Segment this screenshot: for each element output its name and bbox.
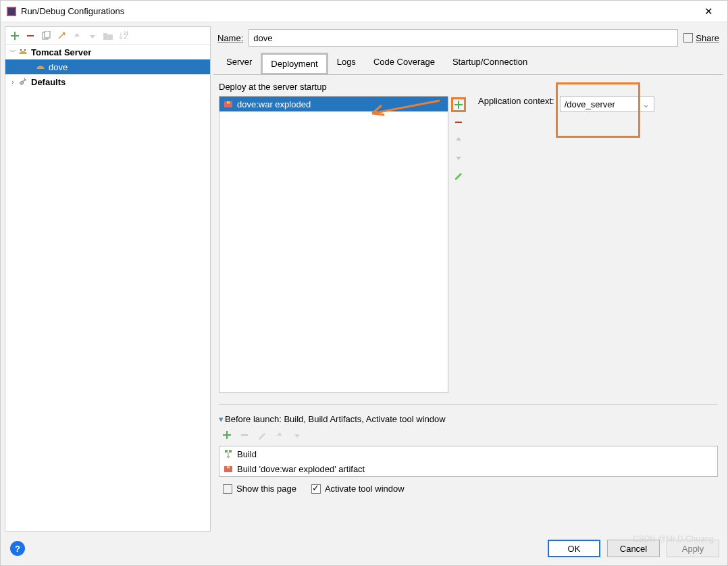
tab-startup-connection[interactable]: Startup/Connection	[444, 52, 536, 74]
tomcat-icon	[35, 61, 46, 72]
add-task-button[interactable]	[220, 428, 234, 442]
down-icon[interactable]	[86, 29, 99, 43]
checkbox-checked-icon	[311, 484, 321, 494]
copy-config-button[interactable]	[39, 29, 53, 43]
tasks-list[interactable]: Build Build 'dove:war exploded' artifact	[219, 446, 718, 477]
checkbox-icon	[223, 484, 232, 494]
artifact-icon	[224, 464, 233, 473]
tab-logs[interactable]: Logs	[328, 52, 365, 74]
task-label: Build	[237, 449, 257, 459]
task-down-button[interactable]	[290, 428, 304, 442]
before-launch-label: Before launch: Build, Build Artifacts, A…	[225, 414, 446, 424]
remove-artifact-button[interactable]	[451, 115, 466, 130]
chevron-down-icon: ⌄	[642, 99, 650, 109]
remove-task-button[interactable]	[238, 428, 251, 442]
settings-icon[interactable]	[55, 29, 68, 43]
remove-config-button[interactable]	[24, 29, 37, 43]
app-icon	[6, 6, 17, 17]
show-this-page-checkbox[interactable]: Show this page	[223, 484, 296, 494]
move-down-button[interactable]	[451, 150, 466, 165]
application-context-select[interactable]: /dove_server ⌄	[560, 96, 654, 112]
activate-label: Activate tool window	[325, 484, 405, 494]
before-launch-collapse[interactable]: ▾ Before launch: Build, Build Artifacts,…	[219, 414, 718, 424]
window-title: Run/Debug Configurations	[21, 6, 695, 16]
task-up-button[interactable]	[273, 428, 286, 442]
details-panel: Name: Share Server Deployment Logs Code …	[213, 26, 723, 532]
share-checkbox[interactable]: Share	[683, 33, 719, 43]
artifact-icon	[224, 99, 233, 109]
tree-dove[interactable]: dove	[5, 59, 210, 74]
task-row[interactable]: Build	[219, 446, 717, 461]
triangle-down-icon: ▾	[219, 414, 224, 424]
edit-artifact-button[interactable]	[451, 168, 466, 182]
svg-rect-9	[225, 450, 228, 453]
svg-point-7	[24, 49, 26, 51]
wrench-icon	[18, 76, 28, 87]
svg-text:z: z	[124, 31, 128, 41]
task-label: Build 'dove:war exploded' artifact	[237, 464, 365, 474]
task-row[interactable]: Build 'dove:war exploded' artifact	[219, 461, 717, 476]
show-page-label: Show this page	[236, 484, 296, 494]
context-value: /dove_server	[565, 99, 615, 109]
svg-rect-1	[8, 8, 15, 15]
name-input[interactable]	[249, 29, 678, 47]
sort-icon[interactable]: az	[117, 29, 130, 43]
tree-defaults[interactable]: › Defaults	[5, 74, 210, 89]
close-button[interactable]: ✕	[695, 5, 722, 18]
titlebar: Run/Debug Configurations ✕	[1, 1, 727, 22]
svg-point-6	[20, 49, 22, 51]
config-tree[interactable]: ﹀ Tomcat Server dove › Defaults	[5, 45, 210, 531]
svg-rect-10	[229, 450, 232, 453]
deploy-section-label: Deploy at the server startup	[219, 82, 718, 92]
add-artifact-button[interactable]	[451, 97, 466, 112]
activate-tool-window-checkbox[interactable]: Activate tool window	[311, 484, 405, 494]
ok-button[interactable]: OK	[548, 540, 600, 557]
configurations-panel: az ﹀ Tomcat Server dove › Defaults	[5, 26, 211, 532]
edit-task-button[interactable]	[255, 428, 269, 442]
tab-code-coverage[interactable]: Code Coverage	[365, 52, 444, 74]
chevron-down-icon: ﹀	[8, 47, 18, 57]
checkbox-icon	[683, 33, 693, 43]
build-icon	[224, 449, 233, 459]
config-toolbar: az	[5, 27, 210, 45]
share-label: Share	[696, 33, 719, 43]
name-label: Name:	[217, 33, 243, 43]
tree-label: Tomcat Server	[31, 47, 91, 57]
help-button[interactable]: ?	[10, 541, 25, 556]
tabs: Server Deployment Logs Code Coverage Sta…	[213, 52, 723, 75]
move-up-button[interactable]	[451, 132, 466, 147]
deploy-list[interactable]: dove:war exploded	[219, 96, 448, 393]
up-icon[interactable]	[70, 29, 84, 43]
chevron-right-icon: ›	[8, 78, 18, 86]
tree-label: dove	[49, 62, 68, 72]
tab-deployment[interactable]: Deployment	[261, 53, 328, 75]
folder-icon[interactable]	[101, 29, 115, 43]
svg-rect-3	[45, 31, 50, 38]
context-label: Application context:	[478, 96, 554, 106]
tree-label: Defaults	[31, 77, 66, 87]
add-config-button[interactable]	[8, 29, 22, 43]
tree-tomcat-server[interactable]: ﹀ Tomcat Server	[5, 45, 210, 59]
tab-server[interactable]: Server	[217, 52, 261, 74]
watermark: CSDN @Mr.D.Chuang	[633, 534, 714, 544]
tomcat-icon	[18, 47, 28, 57]
deploy-item-label: dove:war exploded	[237, 99, 311, 109]
annotation-arrow	[365, 99, 446, 119]
